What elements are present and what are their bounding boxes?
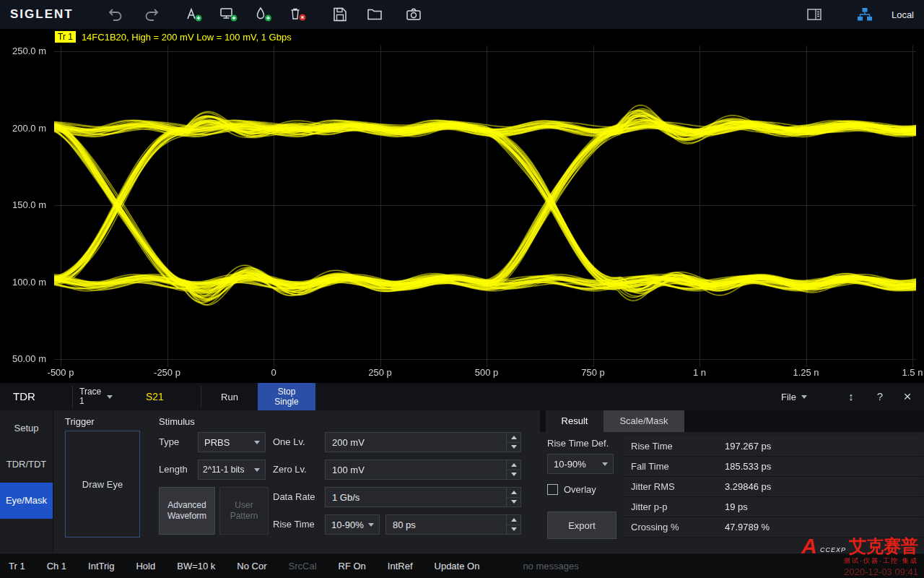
- result-label: Jitter RMS: [624, 481, 725, 492]
- result-rise-def-select[interactable]: 10-90%: [547, 454, 614, 474]
- status-hold[interactable]: Hold: [136, 561, 155, 571]
- result-label: Crossing %: [624, 522, 725, 532]
- open-file-button[interactable]: [364, 4, 385, 25]
- status-bandwidth[interactable]: BW=10 k: [177, 561, 215, 571]
- file-menu-label: File: [781, 392, 796, 402]
- status-srccal: SrcCal: [289, 561, 317, 571]
- sidebar-item-eye-mask[interactable]: Eye/Mask: [0, 483, 53, 519]
- increment-button[interactable]: [507, 515, 520, 525]
- eye-diagram-canvas[interactable]: [0, 29, 924, 383]
- status-update[interactable]: Update On: [435, 561, 480, 571]
- status-trace[interactable]: Tr 1: [9, 561, 25, 571]
- x-axis-tick-label: 500 p: [458, 367, 515, 378]
- data-rate-label: Data Rate: [273, 487, 323, 507]
- data-rate-value: 1 Gb/s: [326, 492, 506, 503]
- result-label: Jitter p-p: [624, 501, 725, 512]
- y-axis-tick-label: 150.0 m: [4, 199, 46, 210]
- trace-selector[interactable]: Trace 1: [79, 383, 113, 410]
- workspace-layout-button[interactable]: [803, 4, 825, 25]
- result-label: Rise Time: [624, 441, 725, 452]
- panel-body: Setup TDR/TDT Eye/Mask Trigger Draw Eye …: [0, 410, 924, 553]
- status-trigger[interactable]: IntTrig: [88, 561, 114, 571]
- help-icon[interactable]: ?: [871, 383, 889, 410]
- status-bar: Tr 1 Ch 1 IntTrig Hold BW=10 k No Cor Sr…: [0, 553, 924, 578]
- rise-time-value: 80 ps: [386, 519, 506, 530]
- lan-status-button[interactable]: [854, 4, 876, 25]
- arrow-up-icon: [511, 463, 517, 467]
- stop-single-button[interactable]: Stop Single: [258, 383, 315, 410]
- trace-badge[interactable]: Tr 1: [55, 31, 76, 43]
- chevron-down-icon: [107, 395, 113, 399]
- close-icon[interactable]: ×: [898, 383, 917, 410]
- watermark-logo-a: A: [801, 537, 817, 556]
- overlay-checkbox[interactable]: [547, 484, 558, 495]
- prbs-length-select[interactable]: 2^11-1 bits: [198, 460, 266, 480]
- x-axis-labels: -500 p-250 p0250 p500 p750 p1 n1.25 n1.5…: [0, 367, 924, 381]
- decrement-button[interactable]: [507, 443, 520, 452]
- decrement-button[interactable]: [507, 525, 520, 535]
- redo-button[interactable]: [140, 4, 162, 25]
- one-level-value: 200 mV: [326, 437, 506, 448]
- export-button[interactable]: Export: [547, 512, 616, 539]
- decrement-button[interactable]: [507, 498, 520, 507]
- tab-scale-mask[interactable]: Scale/Mask: [603, 410, 684, 432]
- overlay-checkbox-row[interactable]: Overlay: [547, 484, 596, 495]
- decrement-button[interactable]: [507, 470, 520, 480]
- user-pattern-button[interactable]: User Pattern: [219, 487, 269, 535]
- sidebar-item-setup[interactable]: Setup: [0, 410, 53, 447]
- result-row: Crossing %47.9789 %: [624, 517, 923, 538]
- status-rf[interactable]: RF On: [339, 561, 366, 571]
- result-row: Rise Time197.267 ps: [624, 436, 923, 457]
- panel-resize-icon[interactable]: ↕: [842, 383, 860, 410]
- result-row: Jitter RMS3.29846 ps: [624, 477, 923, 497]
- sidebar-item-tdr-tdt[interactable]: TDR/TDT: [0, 447, 53, 483]
- file-menu-button[interactable]: File: [781, 383, 807, 410]
- increment-button[interactable]: [507, 460, 520, 470]
- result-table: Rise Time197.267 ps Fall Time185.533 ps …: [624, 436, 923, 538]
- add-marker-button[interactable]: [253, 4, 274, 25]
- overlay-label: Overlay: [564, 484, 596, 495]
- one-level-input[interactable]: 200 mV: [325, 432, 521, 452]
- increment-button[interactable]: [507, 433, 520, 443]
- rise-time-def-select[interactable]: 10-90%: [325, 514, 380, 535]
- run-button[interactable]: Run: [201, 383, 258, 410]
- status-correction[interactable]: No Cor: [237, 561, 266, 571]
- zero-level-input[interactable]: 100 mV: [325, 460, 521, 480]
- screenshot-button[interactable]: [403, 4, 424, 25]
- rise-time-input[interactable]: 80 ps: [385, 514, 521, 535]
- advanced-waveform-button[interactable]: Advanced Waveform: [159, 487, 215, 535]
- data-rate-input[interactable]: 1 Gb/s: [325, 487, 521, 507]
- local-mode-label[interactable]: Local: [892, 9, 914, 20]
- zero-level-label: Zero Lv.: [273, 460, 321, 480]
- tdr-control-panel: TDR Trace 1 S21 Run Stop Single File ↕ ?: [0, 383, 924, 553]
- draw-eye-button[interactable]: Draw Eye: [65, 431, 140, 538]
- camera-icon: [405, 6, 422, 23]
- eye-diagram-plot: 250.0 m200.0 m150.0 m100.0 m50.00 m -500…: [0, 29, 924, 383]
- trace-annotation-row: Tr 1 14FC1B20, High = 200 mV Low = 100 m…: [55, 31, 292, 43]
- sparam-button[interactable]: S21: [146, 383, 164, 410]
- tab-result[interactable]: Result: [546, 410, 603, 432]
- increment-button[interactable]: [507, 488, 520, 498]
- result-value: 185.533 ps: [725, 461, 771, 472]
- arrow-up-icon: [511, 518, 517, 522]
- one-level-label: One Lv.: [273, 432, 321, 452]
- x-axis-tick-label: 0: [245, 367, 302, 378]
- add-trace-button[interactable]: [183, 4, 205, 25]
- y-axis-tick-label: 200.0 m: [4, 123, 46, 134]
- delete-button[interactable]: [287, 4, 309, 25]
- watermark-logo-text: CCEXP: [820, 546, 846, 553]
- status-reference[interactable]: IntRef: [388, 561, 413, 571]
- add-window-button[interactable]: [218, 4, 240, 25]
- arrow-up-icon: [511, 436, 517, 439]
- result-label: Fall Time: [624, 461, 725, 472]
- prbs-type-select[interactable]: PRBS: [198, 432, 266, 452]
- undo-button[interactable]: [105, 4, 127, 25]
- result-value: 3.29846 ps: [725, 481, 771, 492]
- result-row: Jitter p-p19 ps: [624, 497, 923, 517]
- result-value: 47.9789 %: [725, 522, 770, 532]
- save-button[interactable]: [329, 4, 351, 25]
- network-lan-icon: [856, 6, 873, 23]
- status-channel[interactable]: Ch 1: [47, 561, 66, 571]
- brand-logo: SIGLENT: [10, 7, 74, 22]
- open-folder-icon: [366, 6, 383, 23]
